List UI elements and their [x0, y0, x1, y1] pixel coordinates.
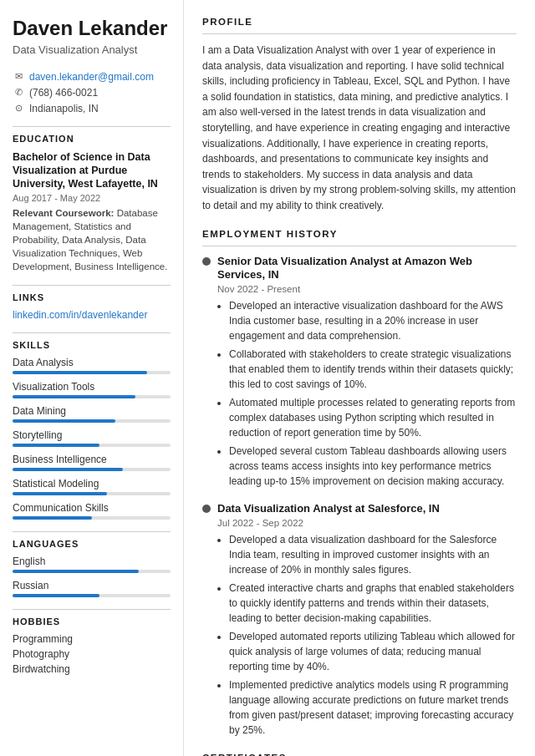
coursework-label: Relevant Coursework:: [13, 208, 114, 218]
location-contact: ⊙ Indianapolis, IN: [13, 103, 171, 114]
skill-item: Business Intelligence: [13, 454, 171, 471]
skills-section-title: Skills: [13, 340, 171, 350]
certificates-section-title: Certificates: [202, 753, 517, 756]
hobbies-section-title: Hobbies: [13, 616, 171, 627]
skill-bar-bg: [13, 419, 171, 423]
skills-list: Data Analysis Visualization Tools Data M…: [13, 357, 171, 520]
skill-bar-fill: [13, 492, 107, 495]
job-dot: [202, 505, 211, 513]
certificates-section: Certificates Tableau Desktop Specialist …: [202, 753, 517, 756]
employment-section-title: Employment History: [202, 229, 517, 239]
main-content: Profile I am a Data Visualization Analys…: [184, 0, 535, 756]
email-icon: ✉: [13, 71, 24, 83]
jobs-list: Senior Data Visualization Analyst at Ama…: [202, 255, 517, 738]
phone-contact: ✆ (768) 466-0021: [13, 87, 171, 99]
languages-list: English Russian: [13, 556, 171, 597]
job-entry: Data Visualization Analyst at Salesforce…: [202, 502, 517, 738]
skill-bar-fill: [13, 371, 147, 374]
sidebar: Daven Lekander Data Visualization Analys…: [0, 0, 184, 756]
job-bullet: Developed an interactive visualization d…: [229, 298, 517, 343]
hobby-item: Photography: [13, 648, 171, 660]
links-section-title: Links: [13, 292, 171, 302]
skill-item: Storytelling: [13, 429, 171, 447]
language-label: English: [13, 556, 171, 567]
location-text: Indianapolis, IN: [29, 103, 99, 114]
languages-divider: [13, 531, 171, 532]
email-link[interactable]: daven.lekander@gmail.com: [29, 71, 154, 83]
links-divider: [13, 285, 171, 286]
skill-label: Statistical Modeling: [13, 478, 171, 490]
education-section-title: Education: [13, 134, 171, 144]
skill-label: Business Intelligence: [13, 454, 171, 465]
language-label: Russian: [13, 580, 171, 591]
profile-section: Profile I am a Data Visualization Analys…: [202, 17, 517, 214]
job-title: Data Visualization Analyst at Salesforce…: [217, 502, 440, 516]
linkedin-link[interactable]: linkedin.com/in/davenlekander: [13, 309, 171, 321]
education-dates: Aug 2017 - May 2022: [13, 193, 171, 203]
language-bar-fill: [13, 570, 139, 573]
skill-bar-fill: [13, 395, 135, 398]
job-bullet: Developed several custom Tableau dashboa…: [229, 444, 517, 489]
hobby-item: Birdwatching: [13, 663, 171, 675]
job-bullet: Developed automated reports utilizing Ta…: [229, 629, 517, 674]
skill-item: Communication Skills: [13, 502, 171, 520]
skill-bar-bg: [13, 444, 171, 447]
skill-bar-bg: [13, 371, 171, 374]
employment-divider: [202, 246, 517, 246]
job-bullet: Collaborated with stakeholders to create…: [229, 347, 517, 392]
job-entry: Senior Data Visualization Analyst at Ama…: [202, 255, 517, 490]
job-bullets: Developed a data visualization dashboard…: [217, 532, 517, 738]
phone-text: (768) 466-0021: [29, 87, 98, 99]
candidate-title: Data Visualization Analyst: [13, 43, 171, 56]
phone-icon: ✆: [13, 87, 24, 99]
language-item: Russian: [13, 580, 171, 597]
job-bullet: Implemented predictive analytics models …: [229, 677, 517, 738]
hobbies-list: ProgrammingPhotographyBirdwatching: [13, 633, 171, 675]
job-date: Nov 2022 - Present: [217, 284, 517, 294]
skill-bar-bg: [13, 468, 171, 471]
language-bar-bg: [13, 594, 171, 597]
language-bar-bg: [13, 570, 171, 573]
job-dot: [202, 257, 211, 266]
skill-bar-bg: [13, 516, 171, 520]
skill-label: Data Analysis: [13, 357, 171, 368]
job-bullet: Created interactive charts and graphs th…: [229, 581, 517, 626]
job-date: Jul 2022 - Sep 2022: [217, 518, 517, 528]
skill-label: Communication Skills: [13, 502, 171, 514]
job-title: Senior Data Visualization Analyst at Ama…: [217, 255, 517, 283]
skill-bar-fill: [13, 444, 99, 447]
skill-item: Data Mining: [13, 405, 171, 423]
skill-item: Statistical Modeling: [13, 478, 171, 495]
skill-bar-fill: [13, 419, 115, 423]
skill-bar-fill: [13, 468, 123, 471]
profile-divider: [202, 33, 517, 34]
skill-item: Data Analysis: [13, 357, 171, 374]
skill-label: Storytelling: [13, 429, 171, 441]
job-bullet: Automated multiple processes related to …: [229, 395, 517, 440]
job-header: Senior Data Visualization Analyst at Ama…: [202, 255, 517, 283]
language-item: English: [13, 556, 171, 573]
location-icon: ⊙: [13, 103, 24, 114]
skills-divider: [13, 332, 171, 333]
education-coursework: Relevant Coursework: Database Management…: [13, 206, 171, 273]
languages-section-title: Languages: [13, 539, 171, 549]
job-bullets: Developed an interactive visualization d…: [217, 298, 517, 489]
job-header: Data Visualization Analyst at Salesforce…: [202, 502, 517, 516]
resume-page: Daven Lekander Data Visualization Analys…: [0, 0, 535, 756]
hobbies-divider: [13, 609, 171, 610]
skill-bar-bg: [13, 395, 171, 398]
job-bullet: Developed a data visualization dashboard…: [229, 532, 517, 577]
skill-bar-bg: [13, 492, 171, 495]
profile-text: I am a Data Visualization Analyst with o…: [202, 43, 517, 214]
email-contact: ✉ daven.lekander@gmail.com: [13, 71, 171, 83]
skill-label: Data Mining: [13, 405, 171, 417]
candidate-name: Daven Lekander: [13, 17, 171, 41]
hobby-item: Programming: [13, 633, 171, 645]
employment-section: Employment History Senior Data Visualiza…: [202, 229, 517, 738]
education-divider: [13, 126, 171, 127]
education-degree: Bachelor of Science in Data Visualizatio…: [13, 150, 171, 191]
language-bar-fill: [13, 594, 99, 597]
skill-bar-fill: [13, 516, 92, 520]
skill-label: Visualization Tools: [13, 381, 171, 393]
profile-section-title: Profile: [202, 17, 517, 27]
